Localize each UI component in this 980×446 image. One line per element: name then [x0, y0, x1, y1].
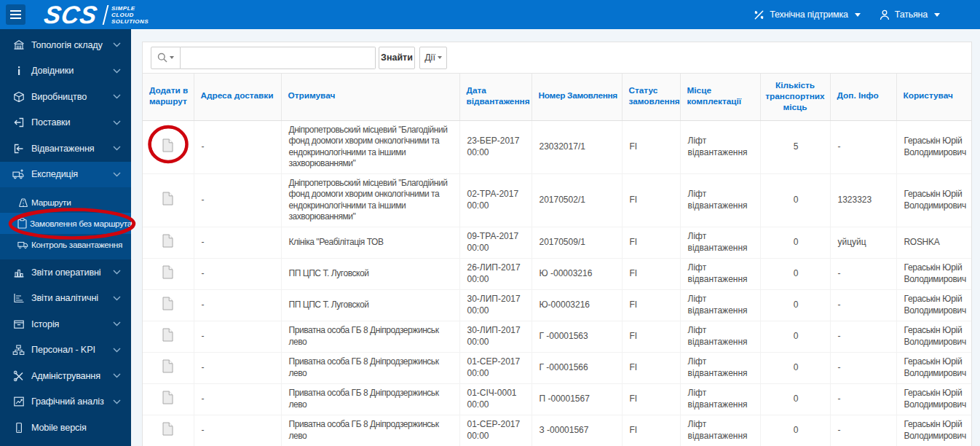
sidebar-submenu-item-routes[interactable]: Маршрути — [0, 192, 131, 213]
user-menu[interactable]: Татьяна — [880, 9, 940, 20]
cell-order: Ю -00003216 — [532, 258, 622, 289]
cell-place: Ліфт відвантаження — [680, 173, 760, 227]
chevron-expand-icon — [113, 373, 121, 378]
cell-qty: 0 — [760, 352, 830, 383]
cell-recipient: Дніпропетровьский місцевий "Благодійний … — [281, 120, 459, 173]
cell-address: - — [194, 352, 281, 383]
sidebar-item-відвантаження[interactable]: Відвантаження — [0, 136, 131, 162]
table-row: -Дніпропетровьский місцевий "Благодійний… — [143, 173, 971, 227]
cell-user: Гераськін Юрій Володимирович — [896, 383, 971, 415]
add-to-route-doc-icon[interactable] — [162, 265, 173, 283]
add-to-route-cell — [143, 415, 194, 446]
sidebar-item-графічний-аналіз[interactable]: Графічний аналіз — [0, 389, 131, 415]
column-header-6: Місце комплектації — [680, 74, 760, 120]
sidebar-item-mobile-версія[interactable]: Mobile версія — [0, 415, 131, 441]
logo-divider — [103, 5, 109, 25]
sidebar-submenu-expedition: МаршрутиЗамовлення без маршрутаКонтроль … — [0, 187, 131, 259]
tools-icon — [754, 9, 764, 20]
orders-table: Додати в маршрутАдреса доставкиОтримувач… — [143, 74, 971, 446]
sidebar-submenu-item-orders-without-route[interactable]: Замовлення без маршрута — [0, 213, 131, 234]
search-type-button[interactable] — [151, 47, 181, 69]
sidebar-item-звіти-аналітичні[interactable]: Звіти аналітичні — [0, 286, 131, 312]
chevron-expand-icon — [113, 172, 121, 177]
cell-info: - — [830, 352, 896, 383]
add-to-route-doc-icon[interactable] — [162, 234, 173, 251]
cell-place: Ліфт відвантаження — [680, 321, 760, 352]
add-to-route-doc-icon[interactable] — [162, 138, 173, 156]
cell-address: - — [194, 258, 281, 289]
add-to-route-doc-icon[interactable] — [162, 359, 173, 377]
add-to-route-doc-icon[interactable] — [162, 391, 173, 408]
search-input[interactable] — [181, 47, 376, 69]
column-header-7: Кількість транспортних місць — [760, 74, 830, 120]
orders-icon — [17, 218, 27, 229]
sidebar-item-адміністрування[interactable]: Адміністрування — [0, 363, 131, 389]
cell-place: Ліфт відвантаження — [680, 383, 760, 415]
column-header-3: Дата відвантаження — [459, 74, 532, 120]
add-to-route-doc-icon[interactable] — [162, 328, 173, 345]
cell-status: FI — [622, 352, 680, 383]
sidebar: Топологія складуДовідникиВиробництвоПост… — [0, 29, 131, 446]
cell-place: Ліфт відвантаження — [680, 258, 760, 289]
cell-status: FI — [622, 227, 680, 258]
table-row: -Приватна особа ГБ 8 Дніпродзержинськ ле… — [143, 415, 971, 446]
info-icon — [12, 65, 25, 77]
column-header-5: Статус замовлення — [622, 74, 680, 120]
table-row: -Приватна особа ГБ 8 Дніпродзержинськ ле… — [143, 383, 971, 415]
cell-date: 23-БЕР-2017 00:00 — [459, 120, 532, 173]
loading-icon — [17, 240, 28, 250]
chevron-expand-icon — [113, 120, 121, 125]
topbar: SCS SIMPLE CLOUD SOLUTIONS Технічна підт… — [0, 0, 980, 29]
cell-status: FI — [622, 173, 680, 227]
cell-info: - — [830, 321, 896, 352]
user-icon — [880, 9, 890, 20]
cell-qty: 0 — [760, 321, 830, 352]
chevron-expand-icon — [113, 42, 121, 47]
cell-user: Гераськін Юрій Володимирович — [896, 173, 971, 227]
cell-address: - — [194, 321, 281, 352]
add-to-route-doc-icon[interactable] — [162, 297, 173, 314]
cell-user: Гераськін Юрій Володимирович — [896, 120, 971, 173]
menu-toggle-button[interactable] — [6, 4, 25, 25]
cell-user: Гераськін Юрій Володимирович — [896, 321, 971, 352]
cell-place: Ліфт відвантаження — [680, 289, 760, 321]
column-header-0: Додати в маршрут — [143, 74, 194, 120]
history-icon — [12, 318, 25, 330]
chevron-expand-icon — [113, 296, 121, 301]
chevron-expand-icon — [113, 69, 121, 74]
cell-user: ROSHKA — [896, 227, 971, 258]
add-to-route-cell — [143, 173, 194, 227]
sidebar-item-експедиція[interactable]: Експедиція — [0, 162, 131, 188]
cell-order: Г -00001566 — [532, 352, 622, 383]
cell-date: 01-СІЧ-0001 00:00 — [459, 383, 532, 415]
tech-support-label: Технічна підтримка — [770, 9, 848, 20]
cell-order: Ю-00003216 — [532, 289, 622, 321]
cell-recipient: ПП ЦПС Т. Луговской — [281, 289, 459, 321]
cell-date: 02-ТРА-2017 00:00 — [459, 173, 532, 227]
sidebar-item-довідники[interactable]: Довідники — [0, 58, 131, 85]
sidebar-item-персонал-kpi[interactable]: Персонал - KPI — [0, 337, 131, 364]
sidebar-submenu-item-loading-control[interactable]: Контроль завантаження — [0, 234, 131, 255]
sidebar-item-виробництво[interactable]: Виробництво — [0, 84, 131, 110]
add-to-route-doc-icon[interactable] — [162, 192, 173, 209]
cell-order: П -00001567 — [532, 383, 622, 415]
find-button[interactable]: Знайти — [379, 47, 415, 69]
table-row: -Приватна особа ГБ 8 Дніпродзержинськ ле… — [143, 352, 971, 383]
cell-order: 20170502/1 — [532, 173, 622, 227]
chevron-expand-icon — [113, 146, 121, 151]
sidebar-item-топологія-складу[interactable]: Топологія складу — [0, 32, 131, 58]
add-to-route-cell — [143, 352, 194, 383]
tech-support-menu[interactable]: Технічна підтримка — [754, 9, 861, 20]
add-to-route-cell — [143, 120, 194, 173]
actions-button[interactable]: Дії — [419, 47, 447, 69]
supply-icon — [12, 117, 25, 128]
cell-order: Г -00001563 — [532, 321, 622, 352]
add-to-route-cell — [143, 258, 194, 289]
add-to-route-cell — [143, 321, 194, 352]
sidebar-item-поставки[interactable]: Поставки — [0, 110, 131, 136]
add-to-route-doc-icon[interactable] — [162, 422, 173, 439]
sidebar-item-історія[interactable]: Історія — [0, 311, 131, 337]
sidebar-item-звіти-оперативні[interactable]: Звіти оперативні — [0, 259, 131, 286]
column-header-1: Адреса доставки — [194, 74, 281, 120]
table-row: -Дніпропетровьский місцевий "Благодійний… — [143, 120, 971, 173]
